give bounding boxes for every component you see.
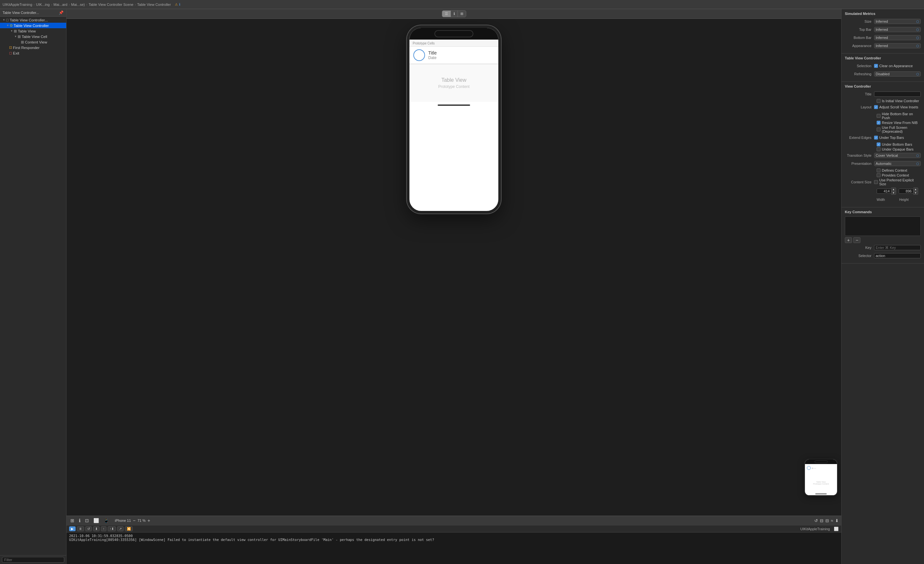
nav-item-tableview[interactable]: ▼ ▦ Table View (0, 28, 66, 34)
width-down-btn[interactable]: ▼ (891, 192, 896, 195)
layout-control: Adjust Scroll View Insets (874, 105, 921, 109)
nav-item-scene[interactable]: ▼ ◻ Table View Controller... (0, 17, 66, 23)
console-step-btn[interactable]: ↺ (86, 526, 92, 531)
height-stepper-btns[interactable]: ▲ ▼ (913, 188, 918, 195)
selector-control[interactable] (874, 253, 921, 258)
resize-nib-checkbox[interactable] (877, 121, 880, 124)
provides-context-checkbox[interactable] (877, 173, 880, 177)
selection-checkbox[interactable] (874, 64, 878, 68)
presentation-control[interactable]: Automatic ⬡ (874, 161, 921, 166)
key-control[interactable] (874, 245, 921, 250)
use-preferred-checkbox[interactable] (874, 180, 878, 184)
key-row: Key (845, 244, 921, 251)
breadcrumb-item-6[interactable]: Table View Controller (137, 3, 171, 6)
warning-icon[interactable]: ⚠ (175, 3, 178, 6)
breadcrumb-item-4[interactable]: Mai...se) (71, 3, 85, 6)
selector-row: Selector (845, 252, 921, 259)
key-input[interactable] (874, 245, 921, 250)
full-screen-checkbox[interactable] (877, 128, 880, 131)
segment-info-icon[interactable]: ℹ (451, 11, 458, 17)
breadcrumb-item-2[interactable]: UIK...ing (36, 3, 50, 6)
vc-title-control[interactable] (874, 92, 921, 97)
appearance-select[interactable]: Inferred ⬡ (874, 43, 921, 48)
selector-input[interactable] (874, 253, 921, 258)
top-bar-control[interactable]: Inferred ⬡ (874, 27, 921, 32)
refreshing-control[interactable]: Disabled ⬡ (874, 71, 921, 76)
console-shuffle-btn[interactable]: 🔀 (125, 526, 133, 531)
content-size-control: Use Preferred Explicit Size (874, 178, 921, 186)
zoom-out-button[interactable]: − (133, 518, 136, 523)
download-icon[interactable]: ⬇ (835, 518, 838, 523)
height-stepper[interactable]: ▲ ▼ (899, 188, 918, 195)
zoom-fit-button[interactable]: ⊡ (84, 517, 90, 524)
size-select[interactable]: Inferred ⬡ (874, 19, 921, 24)
add-key-command-button[interactable]: + (845, 237, 852, 243)
console-up-btn[interactable]: ↑ (101, 526, 106, 531)
mini-table-area: Table View Prototype Content (805, 473, 837, 493)
under-top-bars-label: Under Top Bars (879, 136, 904, 140)
bottom-bar-control[interactable]: Inferred ⬡ (874, 35, 921, 40)
width-stepper[interactable]: ▲ ▼ (877, 188, 896, 195)
under-top-bars-checkbox[interactable] (874, 136, 878, 140)
remove-key-command-button[interactable]: − (853, 237, 860, 243)
transition-select[interactable]: Cover Vertical ⬡ (874, 153, 921, 158)
appearance-control[interactable]: Inferred ⬡ (874, 43, 921, 48)
console-share-btn[interactable]: ↗ (117, 526, 124, 531)
frame-button[interactable]: ⬜ (92, 517, 100, 524)
console-expand-icon[interactable]: ⬜ (834, 526, 838, 531)
nav-item-controller[interactable]: ▼ ⊙ Table View Controller (0, 23, 66, 28)
height-up-btn[interactable]: ▲ (913, 188, 918, 192)
vc-title-input[interactable] (874, 92, 921, 97)
initial-checkbox[interactable] (877, 99, 880, 103)
breadcrumb-item-1[interactable]: UIKitAppleTraining (3, 3, 32, 6)
presentation-select[interactable]: Automatic ⬡ (874, 161, 921, 166)
nav-item-exit[interactable]: ▶ ◻ Exit (0, 50, 66, 56)
height-down-btn[interactable]: ▼ (913, 192, 918, 195)
layout-icon[interactable]: ⊟ (820, 518, 824, 523)
nav-item-first-responder[interactable]: ▶ ⊡ First Responder (0, 45, 66, 50)
segment-grid-icon[interactable]: ⊞ (458, 11, 466, 17)
help-button[interactable]: ℹ (78, 517, 82, 524)
nav-item-cell[interactable]: ▼ ▦ Table View Cell (0, 34, 66, 39)
breadcrumb-item-5[interactable]: Table View Controller Scene (88, 3, 134, 6)
console-toolbar: ▶ ⏸ ↺ ⬇ ↑ ↑⬇ ↗ 🔀 UIKitAppleTraining ⬜ (66, 525, 841, 532)
add-object-button[interactable]: ⊞ (69, 517, 76, 524)
filter-input[interactable] (2, 557, 64, 563)
top-bar-select[interactable]: Inferred ⬡ (874, 27, 921, 32)
console-updown-btn[interactable]: ↑⬇ (108, 526, 116, 531)
transition-control[interactable]: Cover Vertical ⬡ (874, 153, 921, 158)
zoom-in-button[interactable]: + (148, 518, 150, 523)
resolve-icon[interactable]: ≈ (831, 518, 833, 523)
size-control[interactable]: Inferred ⬡ (874, 19, 921, 24)
under-opaque-checkbox[interactable] (877, 147, 880, 151)
refresh-icon[interactable]: ↺ (814, 518, 818, 523)
view-mode-segment[interactable]: ☰ ℹ ⊞ (442, 10, 466, 17)
device-label: iPhone 11 (115, 519, 131, 522)
width-up-btn[interactable]: ▲ (891, 188, 896, 192)
mini-iphone-preview: ⊙ ⋯ Table View Prototype Content (804, 459, 838, 496)
segment-list-icon[interactable]: ☰ (442, 11, 451, 17)
tableview-icon: ▦ (14, 29, 17, 33)
pin-icon[interactable]: 📌 (59, 10, 64, 15)
transition-arrow-icon: ⬡ (916, 154, 919, 158)
mini-content: ⊙ ⋯ (805, 464, 837, 473)
align-icon[interactable]: ⊟ (825, 518, 829, 523)
hide-bottom-checkbox[interactable] (877, 114, 880, 118)
height-input[interactable] (899, 189, 913, 194)
defines-context-label: Defines Context (882, 168, 907, 172)
console-run-btn[interactable]: ▶ (69, 526, 76, 531)
console-down-btn[interactable]: ⬇ (93, 526, 100, 531)
device-icon[interactable]: 📱 (102, 517, 110, 524)
nav-item-content-view[interactable]: ▶ ▦ Content View (0, 39, 66, 45)
info-icon[interactable]: ℹ (179, 3, 180, 6)
under-bottom-bars-checkbox[interactable] (877, 142, 880, 146)
refreshing-select[interactable]: Disabled ⬡ (874, 71, 921, 76)
defines-context-checkbox[interactable] (877, 168, 880, 172)
width-input[interactable] (877, 189, 891, 194)
console-pause-btn[interactable]: ⏸ (77, 526, 84, 531)
refreshing-label: Refreshing (845, 72, 874, 76)
adjust-scroll-checkbox[interactable] (874, 105, 878, 109)
bottom-bar-select[interactable]: Inferred ⬡ (874, 35, 921, 40)
width-stepper-btns[interactable]: ▲ ▼ (891, 188, 896, 195)
breadcrumb-item-3[interactable]: Mai...ard (54, 3, 68, 6)
